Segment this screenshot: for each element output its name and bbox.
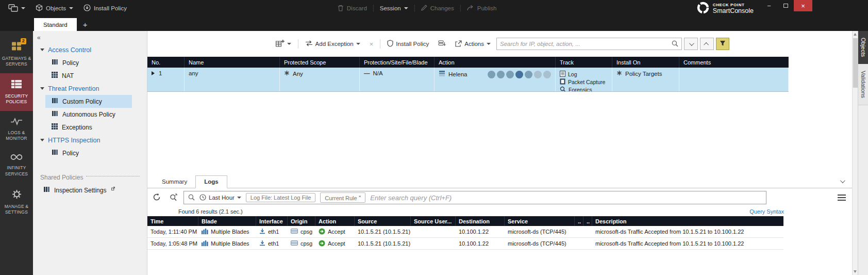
log-column-interface[interactable]: Interface <box>256 216 288 226</box>
accept-icon <box>319 228 325 236</box>
rule-name: any <box>189 70 198 76</box>
nav-section-threat-prevention[interactable]: Threat Prevention <box>33 82 147 95</box>
log-column-extra1[interactable]: .. <box>575 216 583 226</box>
logs-menu-button[interactable] <box>838 195 846 201</box>
add-exception-button[interactable]: Add Exception <box>302 38 364 50</box>
maximize-button[interactable] <box>777 0 794 11</box>
scrollbar-up-icon[interactable] <box>854 33 857 36</box>
discard-button[interactable]: Discard <box>332 0 372 17</box>
log-column-source-user[interactable]: Source User... <box>411 216 456 226</box>
column-header-protected-scope[interactable]: Protected Scope <box>280 57 360 68</box>
log-time: Today, 1:11:40 PM <box>151 229 197 235</box>
session-button[interactable]: Session <box>375 0 413 17</box>
log-column-source[interactable]: Source <box>355 216 411 226</box>
column-header-track[interactable]: Track <box>556 57 612 68</box>
rule-row[interactable]: 1 any Any — N/A <box>147 68 789 92</box>
tab-objects-panel[interactable]: Objects <box>858 31 868 64</box>
nav-section-https-inspection[interactable]: HTTPS Inspection <box>33 134 147 147</box>
add-rule-button[interactable] <box>272 38 295 50</box>
sidebar-item-manage-settings[interactable]: MANAGE & SETTINGS <box>0 183 33 221</box>
filter-button[interactable] <box>716 38 729 50</box>
actions-button[interactable]: Actions <box>452 38 494 50</box>
log-column-service[interactable]: Service <box>505 216 575 226</box>
install-policy-button[interactable]: Install Policy <box>78 0 132 17</box>
log-row[interactable]: Today, 1:11:40 PM Multiple Blades eth1 c… <box>147 226 783 238</box>
objects-menu-button[interactable]: Objects <box>30 0 78 17</box>
sidebar-item-logs-monitor[interactable]: LOGS & MONITOR <box>0 111 33 148</box>
gateway-icon <box>291 229 298 235</box>
log-column-time[interactable]: Time <box>147 216 198 226</box>
actions-label: Actions <box>464 41 484 47</box>
column-header-action[interactable]: Action <box>435 57 556 68</box>
log-column-blade[interactable]: Blade <box>198 216 256 226</box>
log-row[interactable]: Today, 1:05:48 PM Multiple Blades eth1 c… <box>147 238 783 250</box>
nav-section-access-control[interactable]: Access Control <box>33 43 147 56</box>
sidebar-item-infinity-services[interactable]: INFINITY SERVICES <box>0 148 33 183</box>
delete-button[interactable]: × <box>366 38 377 50</box>
sidebar-item-security-policies[interactable]: SECURITY POLICIES <box>0 73 33 111</box>
column-header-name[interactable]: Name <box>185 57 280 68</box>
tab-validations-panel[interactable]: Validations <box>858 64 868 105</box>
nav-item-custom-policy[interactable]: Custom Policy <box>45 95 132 108</box>
scrollbar-thumb[interactable] <box>853 38 858 88</box>
profile-icon <box>439 70 445 78</box>
tab-logs[interactable]: Logs <box>195 175 227 188</box>
divider <box>373 5 374 12</box>
nav-item-https-policy[interactable]: Policy <box>33 147 147 159</box>
log-column-extra2[interactable]: .. <box>583 216 592 226</box>
refresh-button[interactable] <box>151 191 163 204</box>
publish-button[interactable]: Publish <box>462 0 502 17</box>
column-header-comments[interactable]: Comments <box>679 57 789 68</box>
logs-query-input[interactable] <box>370 194 762 202</box>
nav-item-nat[interactable]: NAT <box>33 69 147 82</box>
smartconsole-window: Objects Install Policy Discard Session C… <box>0 0 868 275</box>
changes-button[interactable]: Changes <box>416 0 459 17</box>
grid-icon <box>52 72 58 79</box>
nav-item-inspection-settings[interactable]: Inspection Settings <box>33 184 147 197</box>
find-prev-button[interactable] <box>700 38 714 50</box>
column-header-protection[interactable]: Protection/Site/File/Blade <box>360 57 435 68</box>
install-policy-toolbar-button[interactable]: Install Policy <box>383 38 432 50</box>
scrollbar-down-icon[interactable] <box>854 270 857 273</box>
log-column-description[interactable]: Description <box>592 216 783 226</box>
log-file-chip[interactable]: Log File: Latest Log File <box>246 193 315 202</box>
pulse-icon <box>10 117 23 127</box>
nav-item-exceptions[interactable]: Exceptions <box>33 121 147 134</box>
find-next-button[interactable] <box>684 38 698 50</box>
log-column-destination[interactable]: Destination <box>456 216 505 226</box>
install-database-button[interactable] <box>435 38 449 50</box>
nav-item-label: Exceptions <box>62 124 92 131</box>
clock-icon <box>199 194 206 202</box>
blade-indicator-icon <box>534 71 542 78</box>
blade-indicator-icon <box>506 71 514 78</box>
column-header-no[interactable]: No. <box>147 57 185 68</box>
tab-standard[interactable]: Standard <box>34 18 77 31</box>
nav-section-label: Access Control <box>48 46 91 54</box>
nav-item-autonomous-policy[interactable]: Autonomous Policy <box>33 108 147 121</box>
app-menu-button[interactable] <box>3 0 30 17</box>
vertical-scrollbar[interactable] <box>852 31 858 275</box>
row-expander-icon[interactable] <box>152 71 155 75</box>
log-column-origin[interactable]: Origin <box>288 216 315 226</box>
nav-item-access-policy[interactable]: Policy <box>33 56 147 69</box>
column-header-install-on[interactable]: Install On <box>612 57 679 68</box>
sidebar-item-gateways-servers[interactable]: 2 GATEWAYS & SERVERS <box>0 35 33 73</box>
policy-search-input[interactable] <box>500 41 670 47</box>
current-rule-chip[interactable]: Current Rule× <box>320 192 365 203</box>
collapse-panel-button[interactable]: « <box>37 34 40 41</box>
tab-summary[interactable]: Summary <box>154 176 195 188</box>
new-tab-button[interactable]: + <box>77 18 94 31</box>
time-filter-dropdown[interactable]: Last Hour <box>199 194 241 202</box>
close-button[interactable]: × <box>794 0 812 11</box>
minimize-button[interactable]: − <box>761 0 777 11</box>
install-policy-toolbar-label: Install Policy <box>396 41 429 47</box>
panel-collapse-button[interactable] <box>840 178 844 184</box>
interface-inbound-icon <box>259 240 265 247</box>
x-icon: × <box>370 40 374 48</box>
results-count: Found 6 results (2.1 sec.) <box>178 208 243 215</box>
open-search-window-button[interactable] <box>167 191 179 204</box>
log-column-action[interactable]: Action <box>315 216 355 226</box>
gateways-badge: 2 <box>21 38 26 44</box>
remove-chip-icon[interactable]: × <box>359 194 361 199</box>
query-syntax-link[interactable]: Query Syntax <box>749 208 784 215</box>
